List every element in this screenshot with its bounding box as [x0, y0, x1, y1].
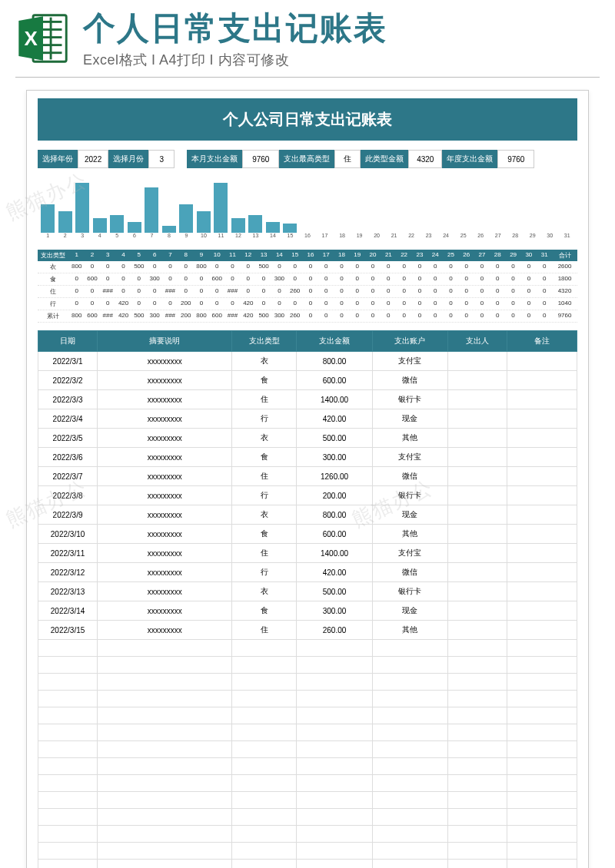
cell-date[interactable]: 2022/3/9: [38, 505, 98, 525]
cell-amt[interactable]: 500.00: [297, 582, 372, 601]
cell-note[interactable]: [507, 390, 577, 409]
cell-type[interactable]: 衣: [232, 505, 297, 525]
cell-type[interactable]: 住: [232, 467, 297, 486]
cell-note[interactable]: [507, 467, 577, 486]
cell-desc[interactable]: xxxxxxxxx: [98, 429, 232, 448]
cell-date[interactable]: 2022/3/13: [38, 582, 98, 601]
table-row[interactable]: 2022/3/11xxxxxxxxx住1400.00支付宝: [38, 544, 577, 563]
cell-amt[interactable]: 1260.00: [297, 467, 372, 486]
table-row[interactable]: 2022/3/10xxxxxxxxx食600.00其他: [38, 525, 577, 544]
cell-date[interactable]: 2022/3/12: [38, 563, 98, 582]
cell-desc[interactable]: xxxxxxxxx: [98, 448, 232, 467]
table-row[interactable]: 2022/3/2xxxxxxxxx食600.00微信: [38, 371, 577, 390]
cell-note[interactable]: [507, 601, 577, 621]
table-row-empty[interactable]: [38, 860, 577, 868]
cell-acct[interactable]: 银行卡: [372, 582, 447, 601]
cell-desc[interactable]: xxxxxxxxx: [98, 352, 232, 371]
cell-note[interactable]: [507, 371, 577, 390]
table-row-empty[interactable]: [38, 724, 577, 741]
cell-desc[interactable]: xxxxxxxxx: [98, 390, 232, 409]
cell-type[interactable]: 住: [232, 390, 297, 409]
cell-note[interactable]: [507, 505, 577, 525]
cell-acct[interactable]: 支付宝: [372, 352, 447, 371]
cell-acct[interactable]: 其他: [372, 429, 447, 448]
table-row[interactable]: 2022/3/5xxxxxxxxx衣500.00其他: [38, 429, 577, 448]
cell-amt[interactable]: 300.00: [297, 601, 372, 621]
cell-person[interactable]: [447, 371, 507, 390]
cell-person[interactable]: [447, 409, 507, 429]
cell-acct[interactable]: 微信: [372, 467, 447, 486]
table-row-empty[interactable]: [38, 674, 577, 691]
cell-note[interactable]: [507, 544, 577, 563]
cell-date[interactable]: 2022/3/15: [38, 621, 98, 640]
table-row[interactable]: 2022/3/3xxxxxxxxx住1400.00银行卡: [38, 390, 577, 409]
cell-person[interactable]: [447, 525, 507, 544]
cell-date[interactable]: 2022/3/5: [38, 429, 98, 448]
cell-acct[interactable]: 银行卡: [372, 486, 447, 505]
cell-date[interactable]: 2022/3/14: [38, 601, 98, 621]
cell-amt[interactable]: 260.00: [297, 621, 372, 640]
cell-person[interactable]: [447, 390, 507, 409]
cell-amt[interactable]: 1400.00: [297, 544, 372, 563]
cell-date[interactable]: 2022/3/8: [38, 486, 98, 505]
cell-person[interactable]: [447, 352, 507, 371]
cell-desc[interactable]: xxxxxxxxx: [98, 525, 232, 544]
cell-date[interactable]: 2022/3/2: [38, 371, 98, 390]
cell-acct[interactable]: 微信: [372, 371, 447, 390]
table-row-empty[interactable]: [38, 809, 577, 826]
table-row-empty[interactable]: [38, 741, 577, 758]
table-row-empty[interactable]: [38, 640, 577, 657]
cell-person[interactable]: [447, 601, 507, 621]
cell-acct[interactable]: 微信: [372, 563, 447, 582]
cell-type[interactable]: 衣: [232, 582, 297, 601]
cell-person[interactable]: [447, 448, 507, 467]
cell-desc[interactable]: xxxxxxxxx: [98, 371, 232, 390]
cell-person[interactable]: [447, 621, 507, 640]
table-row[interactable]: 2022/3/12xxxxxxxxx行420.00微信: [38, 563, 577, 582]
cell-date[interactable]: 2022/3/1: [38, 352, 98, 371]
table-row-empty[interactable]: [38, 657, 577, 674]
table-row[interactable]: 2022/3/13xxxxxxxxx衣500.00银行卡: [38, 582, 577, 601]
cell-type[interactable]: 行: [232, 409, 297, 429]
year-value[interactable]: 2022: [78, 150, 108, 168]
cell-type[interactable]: 行: [232, 486, 297, 505]
cell-date[interactable]: 2022/3/3: [38, 390, 98, 409]
cell-desc[interactable]: xxxxxxxxx: [98, 601, 232, 621]
table-row-empty[interactable]: [38, 775, 577, 792]
cell-acct[interactable]: 支付宝: [372, 448, 447, 467]
table-row[interactable]: 2022/3/15xxxxxxxxx住260.00其他: [38, 621, 577, 640]
cell-type[interactable]: 食: [232, 371, 297, 390]
cell-desc[interactable]: xxxxxxxxx: [98, 582, 232, 601]
cell-person[interactable]: [447, 467, 507, 486]
cell-acct[interactable]: 其他: [372, 525, 447, 544]
cell-type[interactable]: 食: [232, 448, 297, 467]
table-row-empty[interactable]: [38, 843, 577, 860]
cell-amt[interactable]: 420.00: [297, 409, 372, 429]
cell-person[interactable]: [447, 505, 507, 525]
cell-person[interactable]: [447, 429, 507, 448]
cell-amt[interactable]: 500.00: [297, 429, 372, 448]
cell-desc[interactable]: xxxxxxxxx: [98, 563, 232, 582]
cell-person[interactable]: [447, 544, 507, 563]
cell-person[interactable]: [447, 563, 507, 582]
cell-date[interactable]: 2022/3/11: [38, 544, 98, 563]
cell-amt[interactable]: 800.00: [297, 505, 372, 525]
cell-desc[interactable]: xxxxxxxxx: [98, 467, 232, 486]
table-row[interactable]: 2022/3/4xxxxxxxxx行420.00现金: [38, 409, 577, 429]
table-row[interactable]: 2022/3/7xxxxxxxxx住1260.00微信: [38, 467, 577, 486]
table-row-empty[interactable]: [38, 826, 577, 843]
table-row[interactable]: 2022/3/1xxxxxxxxx衣800.00支付宝: [38, 352, 577, 371]
cell-acct[interactable]: 现金: [372, 409, 447, 429]
cell-note[interactable]: [507, 429, 577, 448]
table-row-empty[interactable]: [38, 691, 577, 707]
cell-note[interactable]: [507, 486, 577, 505]
cell-acct[interactable]: 现金: [372, 505, 447, 525]
table-row-empty[interactable]: [38, 792, 577, 809]
cell-amt[interactable]: 800.00: [297, 352, 372, 371]
cell-note[interactable]: [507, 448, 577, 467]
cell-desc[interactable]: xxxxxxxxx: [98, 486, 232, 505]
cell-note[interactable]: [507, 352, 577, 371]
cell-acct[interactable]: 其他: [372, 621, 447, 640]
cell-type[interactable]: 住: [232, 544, 297, 563]
cell-desc[interactable]: xxxxxxxxx: [98, 544, 232, 563]
